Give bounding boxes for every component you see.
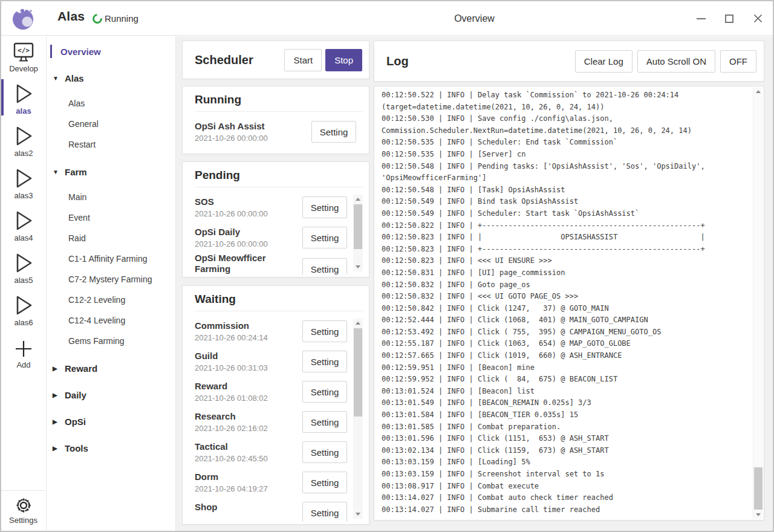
rail-item-instance[interactable]: alas6 [1, 288, 46, 330]
nav-item[interactable]: Raid [47, 228, 175, 248]
nav-group: ▶ Tools [47, 438, 175, 458]
log-line: 00:13:01.584 | INFO | [BEACON_TIER 0.035… [382, 409, 748, 421]
rail-item-develop[interactable]: </> Develop [1, 36, 46, 76]
minimize-button[interactable] [695, 13, 706, 24]
auto-scroll-off-button[interactable]: OFF [720, 50, 756, 73]
waiting-panel: Waiting Commission 2021-10-26 00:24:14 S… [182, 285, 369, 525]
nav-item[interactable]: Event [47, 207, 175, 228]
setting-button[interactable]: Setting [302, 196, 347, 218]
rail-item-settings[interactable]: Settings [1, 491, 45, 531]
rail-item-instance[interactable]: alas3 [1, 161, 46, 203]
setting-button[interactable]: Setting [302, 441, 347, 463]
nav-item-overview[interactable]: Overview [47, 42, 175, 61]
instance-list: alas alas2 alas3 [1, 76, 46, 330]
running-panel: Running OpSi Ash Assist 2021-10-26 00:00… [182, 86, 369, 154]
nav-group-header[interactable]: ▶ Reward [47, 358, 175, 378]
close-button[interactable] [752, 13, 763, 24]
setting-button[interactable]: Setting [302, 320, 347, 342]
nav-overview-label: Overview [60, 47, 101, 57]
scrollbar-up-button[interactable] [353, 319, 363, 328]
task-next-run: 2021-10-26 00:00:00 [195, 239, 299, 248]
stop-button[interactable]: Stop [325, 49, 362, 71]
log-line: 00:12:50.535 | INFO | Scheduler: End tas… [382, 137, 748, 149]
status-label: Running [105, 13, 138, 24]
nav-item-label: General [68, 119, 99, 129]
task-name: Research [195, 411, 299, 422]
nav-item[interactable]: Restart [47, 134, 175, 155]
rail-item-add[interactable]: Add [1, 330, 46, 372]
maximize-button[interactable] [724, 13, 735, 24]
log-output[interactable]: 00:12:50.522 | INFO | Delay task `Commis… [382, 89, 748, 519]
log-line: 00:13:01.549 | INFO | [BEACON_REMAIN 0.0… [382, 397, 748, 409]
svg-text:</>: </> [18, 47, 30, 54]
rail-item-instance[interactable]: alas4 [1, 203, 46, 245]
setting-button[interactable]: Setting [302, 381, 347, 403]
nav-group-header[interactable]: ▼ Alas [47, 68, 175, 88]
rail-label: Settings [9, 516, 37, 525]
log-scrollbar[interactable] [753, 87, 763, 519]
log-line: 00:12:53.492 | INFO | Click ( 755, 395) … [382, 326, 748, 339]
rail-label: Develop [9, 64, 38, 73]
task-name: Dorm [195, 472, 299, 482]
scrollbar-down-button[interactable] [753, 510, 763, 519]
clear-log-button[interactable]: Clear Log [575, 50, 633, 73]
nav-group-header[interactable]: ▶ Daily [47, 385, 175, 404]
setting-button[interactable]: Setting [302, 258, 347, 274]
nav-item[interactable]: C12-4 Leveling [47, 310, 175, 331]
scrollbar-up-button[interactable] [753, 87, 763, 96]
play-icon [12, 251, 35, 275]
nav-item[interactable]: C12-2 Leveling [47, 290, 175, 310]
nav-group-header[interactable]: ▼ Farm [47, 162, 175, 181]
task-name: OpSi Daily [195, 227, 299, 238]
log-line: 00:12:50.549 | INFO | Bind task OpsiAshA… [382, 196, 748, 208]
nav-group-label: Alas [65, 73, 84, 83]
scrollbar-thumb[interactable] [354, 328, 362, 417]
rail-item-instance[interactable]: alas5 [1, 245, 46, 288]
play-icon [12, 293, 35, 317]
rail-item-instance[interactable]: alas [1, 76, 46, 118]
nav-group-header[interactable]: ▶ OpSi [47, 412, 175, 431]
scrollbar[interactable] [353, 195, 363, 271]
nav-group: ▶ Daily [47, 385, 175, 404]
task-next-run: 2021-10-26 02:16:02 [195, 424, 299, 433]
task-row: Dorm 2021-10-26 04:19:27 Setting [195, 467, 369, 498]
nav-item-label: Raid [68, 233, 86, 243]
start-button[interactable]: Start [284, 49, 322, 71]
scrollbar-down-button[interactable] [353, 510, 363, 519]
nav-item[interactable]: C1-1 Affinity Farming [47, 248, 175, 269]
nav-item[interactable]: General [47, 114, 175, 134]
setting-button[interactable]: Setting [302, 351, 347, 372]
scrollbar[interactable] [353, 319, 363, 519]
setting-button[interactable]: Setting [311, 121, 356, 143]
log-line: 00:12:59.951 | INFO | [Beacon] mine [382, 362, 748, 374]
setting-button[interactable]: Setting [302, 411, 347, 433]
nav-item-label: Main [68, 192, 86, 202]
log-line: 00:12:50.823 | INFO | | OPSIASHASSIST | [382, 232, 748, 244]
scrollbar-thumb[interactable] [754, 467, 763, 510]
log-line: 00:13:01.585 | INFO | Combat preparation… [382, 421, 748, 433]
scrollbar-up-button[interactable] [353, 195, 363, 204]
scrollbar-down-button[interactable] [353, 262, 363, 271]
nav-item[interactable]: Gems Farming [47, 331, 175, 351]
nav-item[interactable]: Alas [47, 93, 175, 114]
auto-scroll-on-button[interactable]: Auto Scroll ON [637, 50, 715, 73]
task-info: Research 2021-10-26 02:16:02 [195, 411, 302, 433]
arrow-down-icon [356, 513, 360, 516]
setting-button[interactable]: Setting [302, 502, 347, 522]
nav-group-header[interactable]: ▶ Tools [47, 438, 175, 458]
nav-item-label: C1-1 Affinity Farming [68, 254, 147, 264]
group-arrow-icon: ▶ [53, 418, 60, 425]
rail-item-instance[interactable]: alas2 [1, 118, 46, 161]
task-next-run: 2021-10-26 00:31:03 [195, 363, 299, 372]
task-row: Research 2021-10-26 02:16:02 Setting [195, 407, 369, 437]
task-name: Shop [195, 502, 299, 513]
setting-button[interactable]: Setting [302, 472, 347, 493]
scrollbar-thumb[interactable] [354, 204, 362, 249]
group-arrow-icon: ▼ [53, 169, 60, 175]
nav-item[interactable]: C7-2 Mystery Farming [47, 269, 175, 290]
play-icon [12, 124, 35, 148]
pending-task-list: SOS 2021-10-26 00:00:00 Setting OpSi Dai… [183, 187, 369, 274]
task-row: Tactical 2021-10-26 02:45:50 Setting [195, 437, 369, 467]
setting-button[interactable]: Setting [302, 227, 347, 248]
nav-item[interactable]: Main [47, 187, 175, 207]
